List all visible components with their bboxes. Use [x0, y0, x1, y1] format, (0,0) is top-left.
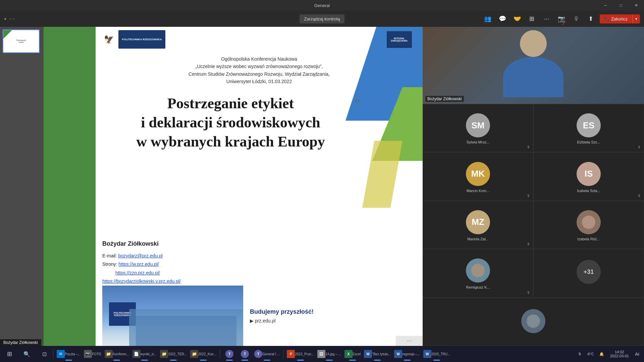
- participants-grid: SM Sylwia Mroz... 🎙 ES Elżbieta Szc... 🎙…: [423, 104, 644, 346]
- end-call-dropdown[interactable]: ▾: [632, 14, 640, 23]
- slide-green-bar: [44, 27, 96, 346]
- taskbar-app-bez[interactable]: W "Bez tytułu...: [363, 347, 392, 361]
- mic-is: 🎙: [637, 194, 641, 198]
- url1-link[interactable]: https://w.prz.edu.pl/: [118, 261, 159, 267]
- taskbar-app-2020tru[interactable]: W 2020_TRU...: [422, 347, 452, 361]
- taskbar-app-ppt[interactable]: P 2022_Prze...: [285, 347, 315, 361]
- name-mk: Marcin Kom...: [467, 189, 489, 193]
- politechnika-logo: POLITECHNIKA RZESZOWSKA: [118, 30, 165, 49]
- slide-footer: Bożydar Ziółkowski E-mail: bozydarz@prz.…: [102, 238, 181, 286]
- slide-thumbnail-bar: Postrzeganieetykiet: [0, 27, 44, 346]
- taskbar-app-konferencje[interactable]: 📁 Konferen...: [103, 347, 130, 361]
- wydzial-logo: WYDZIAŁ ZARZĄDZANIA: [386, 30, 413, 49]
- avatar-mz: MZ: [466, 210, 490, 234]
- reactions-button[interactable]: 🤝: [511, 13, 523, 25]
- participant-bottom: [423, 298, 644, 346]
- mic-button[interactable]: 🎙: [570, 13, 582, 25]
- mic-es: 🎙: [637, 145, 641, 149]
- taskbar-app-teams1[interactable]: T: [222, 347, 237, 361]
- taskbar-app-regresja[interactable]: W regresja –...: [393, 347, 421, 361]
- taskbar-app-foto[interactable]: 📷 FOTO: [83, 347, 103, 361]
- participant-is: IS Izabela Szta... 🎙: [533, 152, 644, 200]
- start-button[interactable]: ⊞: [3, 347, 16, 361]
- avatar-mk: MK: [466, 162, 490, 186]
- taskbar-separator-1: [53, 349, 53, 359]
- maximize-button[interactable]: □: [613, 0, 629, 11]
- ai-label[interactable]: Ai: [633, 350, 641, 358]
- task-view-button[interactable]: ⊡: [38, 347, 51, 361]
- slide-more-icon[interactable]: ···: [407, 338, 411, 344]
- email-line: E-mail: bozydarz@prz.edu.pl: [102, 252, 181, 260]
- taskbar-app-teams2[interactable]: T: [237, 347, 252, 361]
- pages-line: Strony: https://w.prz.edu.pl/: [102, 260, 181, 268]
- toolbar-center: Zarządzaj kontrolą: [300, 14, 345, 23]
- slide-thumbnail-1[interactable]: Postrzeganieetykiet: [3, 29, 40, 53]
- avatar-is: IS: [577, 162, 601, 186]
- featured-participant: Bożydar Ziółkowski: [423, 27, 644, 104]
- tray-weather[interactable]: -6°C: [585, 351, 596, 357]
- chat-button[interactable]: 💬: [496, 13, 508, 25]
- share-button[interactable]: ⬆: [585, 13, 597, 25]
- toolbar: ● – – Zarządzaj kontrolą 👥 💬 🤝 ⊞ ··· 📷 🎙…: [0, 11, 644, 27]
- email-link[interactable]: bozydarz@prz.edu.pl: [118, 253, 163, 258]
- taskbar-separator-2: [220, 349, 220, 359]
- window-controls: ─ □ ✕: [598, 0, 644, 11]
- prz-url: ▶ prz.edu.pl: [250, 318, 416, 323]
- slide-prz-banner: POLITECHNIKARZESZOWSKA Budujemy przyszło…: [102, 286, 423, 346]
- close-button[interactable]: ✕: [629, 0, 644, 11]
- end-call-button[interactable]: 📞 Zakończ: [600, 14, 632, 23]
- url2-link[interactable]: https://zzp.prz.edu.pl/: [115, 270, 160, 276]
- url3-link[interactable]: https://bozydarziolkowski.v.prz.edu.pl/: [102, 279, 181, 284]
- toolbar-left: ● – –: [4, 16, 297, 21]
- taskbar-app-excel[interactable]: X Excel: [343, 347, 362, 361]
- conference-title: Ogólnopolska Konferencja Naukowa: [96, 55, 423, 63]
- minimize-button[interactable]: ─: [598, 0, 613, 11]
- participant-sm: SM Sylwia Mroz... 🎙: [423, 104, 533, 152]
- tray-network[interactable]: ⇅: [576, 351, 583, 358]
- search-button[interactable]: 🔍: [17, 347, 37, 361]
- taskbar-app-2022kon[interactable]: 📁 2022_Kon...: [189, 347, 218, 361]
- prz-slogan: Budujemy przyszłość!: [250, 308, 416, 315]
- url3-line: https://bozydarziolkowski.v.prz.edu.pl/: [102, 277, 181, 286]
- presenter-label: Bożydar Ziółkowski: [0, 339, 41, 346]
- slide-content: 🦅 POLITECHNIKA RZESZOWSKA WYDZIAŁ ZARZĄD…: [44, 27, 423, 346]
- taskbar-app-1022ter[interactable]: 📁 1022_TER...: [159, 347, 188, 361]
- slide-logos: 🦅 POLITECHNIKA RZESZOWSKA: [102, 30, 165, 49]
- participant-mz: MZ Mariola Zal... 🎙: [423, 201, 533, 249]
- manage-control-button[interactable]: Zarządzaj kontrolą: [300, 14, 345, 23]
- view-button[interactable]: ⊞: [526, 13, 538, 25]
- more-button[interactable]: ···: [541, 13, 553, 25]
- prz-building-image: POLITECHNIKARZESZOWSKA: [102, 286, 243, 346]
- slide-container: 🦅 POLITECHNIKA RZESZOWSKA WYDZIAŁ ZARZĄD…: [44, 27, 423, 346]
- more-participants-cell[interactable]: +31: [533, 249, 644, 297]
- slide-conference-info: Ogólnopolska Konferencja Naukowa „Uczeln…: [96, 55, 423, 85]
- tray-notifications[interactable]: 🔔: [597, 351, 606, 358]
- taskbar-app-img[interactable]: 🖼 14.jpg – ...: [316, 347, 342, 361]
- avatar-bottom: [521, 309, 545, 333]
- tray-clock[interactable]: 14:02 2022-03-01: [607, 349, 632, 359]
- name-iz: Izabela Róż...: [577, 237, 600, 241]
- toolbar-right: 👥 💬 🤝 ⊞ ··· 📷 🎙 ⬆ 📞 Zakończ ▾: [347, 13, 640, 25]
- featured-video: [423, 27, 644, 104]
- author-name: Bożydar Ziółkowski: [102, 238, 181, 249]
- taskbar-app-wyniki[interactable]: 📄 wyniki_zi...: [131, 347, 158, 361]
- participant-mk: MK Marcin Kom... 🎙: [423, 152, 533, 200]
- conference-sub3: Uniwersytet Łódzki, 01.03.2022: [96, 78, 423, 85]
- cursor-icon: ⟳: [355, 97, 361, 105]
- slide-title-line3: w wybranych krajach Europy: [96, 132, 366, 151]
- camera-button[interactable]: 📷: [555, 13, 568, 25]
- taskbar-app-mail[interactable]: ✉ Poczta –...: [55, 347, 82, 361]
- name-es: Elżbieta Szc...: [577, 140, 600, 144]
- avatar-rk: [466, 258, 490, 283]
- taskbar-app-teams-general[interactable]: T General I ...: [253, 347, 281, 361]
- slide-main-title: Postrzeganie etykiet i deklaracji środow…: [96, 94, 366, 152]
- name-mz: Mariola Zal...: [467, 237, 489, 241]
- slide-header: 🦅 POLITECHNIKA RZESZOWSKA WYDZIAŁ ZARZĄD…: [96, 27, 423, 54]
- participants-button[interactable]: 👥: [482, 13, 494, 25]
- main-area: Postrzeganieetykiet 🦅 POLITECHNIKA RZESZ…: [0, 27, 423, 346]
- presenter-figure: [503, 30, 564, 97]
- title-bar: General ─ □ ✕: [0, 0, 644, 11]
- mic-rk: 🎙: [527, 291, 530, 295]
- taskbar: ⊞ 🔍 ⊡ ✉ Poczta –... 📷 FOTO 📁 Konferen...…: [0, 346, 644, 362]
- mic-mk: 🎙: [527, 194, 530, 198]
